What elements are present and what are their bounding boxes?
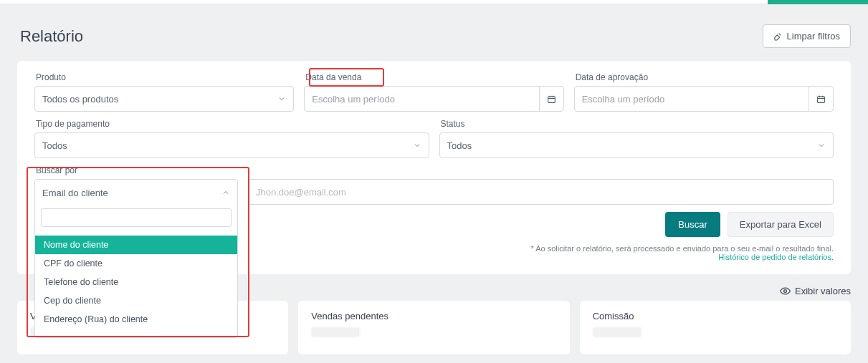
approval-date-input[interactable]: Escolha um período	[574, 86, 834, 112]
active-nav-indicator	[768, 0, 868, 4]
dropdown-option[interactable]: Nome do cliente	[35, 236, 237, 254]
search-by-field: Buscar por Email do cliente Nome do cl	[34, 165, 238, 205]
card-pending-sales: Vendas pendentes	[298, 301, 569, 354]
clear-filters-label: Limpar filtros	[787, 31, 840, 42]
payment-type-select[interactable]: Todos	[34, 132, 429, 158]
chevron-down-icon	[277, 95, 286, 103]
filter-panel: Produto Todos os produtos Data da venda …	[17, 61, 851, 274]
approval-date-placeholder: Escolha um período	[575, 94, 809, 105]
page-title: Relatório	[20, 27, 83, 46]
report-history-link[interactable]: Histórico de pedido de relatórios.	[718, 253, 834, 261]
payment-type-field: Tipo de pagamento Todos	[34, 119, 429, 158]
search-by-value: Email do cliente	[42, 188, 108, 198]
product-value: Todos os produtos	[42, 94, 118, 105]
status-field: Status Todos	[439, 119, 834, 158]
clear-filters-button[interactable]: Limpar filtros	[763, 24, 851, 48]
search-input[interactable]	[256, 187, 826, 198]
top-bar	[0, 0, 868, 4]
search-input-wrap[interactable]	[248, 179, 834, 205]
product-label: Produto	[34, 72, 294, 82]
search-button[interactable]: Buscar	[665, 212, 720, 237]
card-commission: Comissão	[580, 301, 851, 354]
page-header: Relatório Limpar filtros	[0, 4, 868, 55]
sale-date-placeholder: Escolha um período	[305, 94, 538, 105]
calendar-icon[interactable]	[809, 87, 833, 111]
sale-date-input[interactable]: Escolha um período	[304, 86, 563, 112]
dropdown-option[interactable]: CPF do cliente	[35, 254, 237, 273]
payment-type-label: Tipo de pagamento	[34, 119, 429, 129]
search-input-spacer	[248, 165, 834, 175]
dropdown-search-input[interactable]	[41, 208, 232, 227]
approval-date-field: Data de aprovação Escolha um período	[574, 72, 834, 112]
dropdown-option[interactable]: Cep do cliente	[35, 291, 237, 310]
product-select[interactable]: Todos os produtos	[34, 86, 294, 112]
payment-type-value: Todos	[42, 140, 67, 151]
search-by-selected[interactable]: Email do cliente	[35, 180, 237, 205]
dropdown-search-wrap	[35, 205, 237, 231]
dropdown-option[interactable]: Telefone do cliente	[35, 273, 237, 291]
status-select[interactable]: Todos	[439, 132, 834, 158]
status-label: Status	[439, 119, 834, 129]
search-by-dropdown[interactable]: Email do cliente Nome do cliente CPF do …	[34, 179, 238, 338]
svg-point-8	[784, 290, 787, 293]
dropdown-option-partial-bottom	[35, 329, 237, 337]
svg-rect-4	[818, 96, 825, 102]
dropdown-options[interactable]: Nome do cliente CPF do cliente Telefone …	[35, 231, 237, 337]
dropdown-option[interactable]: Endereço (Rua) do cliente	[35, 310, 237, 329]
sale-date-field: Data da venda Escolha um período	[304, 72, 563, 112]
show-values-label: Exibir valores	[795, 286, 851, 296]
card-title: Vendas pendentes	[311, 311, 556, 321]
chevron-down-icon	[817, 141, 826, 150]
sale-date-label: Data da venda	[304, 72, 563, 82]
chevron-down-icon	[413, 141, 421, 150]
card-title: Comissão	[593, 311, 838, 321]
status-value: Todos	[447, 140, 472, 151]
approval-date-label: Data de aprovação	[574, 72, 834, 82]
svg-rect-0	[548, 96, 555, 102]
search-input-field	[248, 165, 834, 205]
product-field: Produto Todos os produtos	[34, 72, 294, 112]
card-hidden-value	[593, 327, 642, 337]
card-hidden-value	[311, 327, 360, 337]
note-text: * Ao solicitar o relatório, será process…	[530, 244, 834, 253]
calendar-icon[interactable]	[539, 87, 563, 111]
eye-icon	[780, 286, 791, 296]
chevron-up-icon	[221, 188, 230, 197]
eraser-icon	[773, 32, 783, 41]
export-excel-button[interactable]: Exportar para Excel	[728, 212, 834, 237]
search-by-label: Buscar por	[34, 165, 238, 175]
